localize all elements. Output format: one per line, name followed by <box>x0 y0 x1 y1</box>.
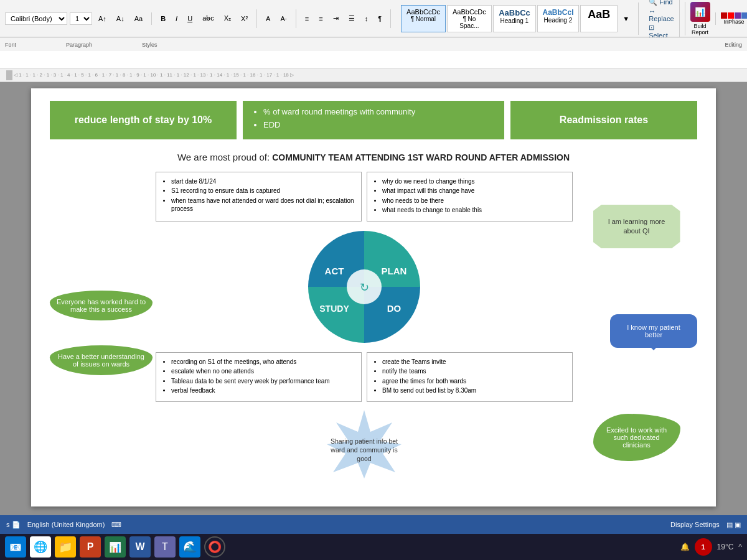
ribbon: Calibri (Body) 12 A↑ A↓ Aa B I U ab̶c X₂… <box>0 0 747 68</box>
pdsa-circle-svg: ↻ ACT PLAN STUDY DO <box>289 225 439 349</box>
italic-button[interactable]: I <box>172 13 181 24</box>
font-color-button[interactable]: A <box>262 13 274 24</box>
excited-bubble-container: Excited to work with such dedicated clin… <box>576 414 697 461</box>
pdsa-bottom-boxes: recording on S1 of the meetings, who att… <box>156 352 573 402</box>
taskbar-excel[interactable]: 📊 <box>105 536 126 558</box>
notification-bell: 🔔 <box>680 543 690 551</box>
taskbar-powerpoint[interactable]: P <box>80 536 101 558</box>
metric-ward-round: % of ward round meetings with community … <box>243 101 504 139</box>
patient-better-bubble: I know my patient better <box>610 314 697 348</box>
underline-button[interactable]: U <box>184 13 196 24</box>
select-link[interactable]: ⊡ Select <box>649 24 674 39</box>
styles-expand-button[interactable]: ▼ <box>619 13 633 24</box>
document-page[interactable]: reduce length of stay by 10% % of ward r… <box>31 88 716 506</box>
bottom-starburst-container: Sharing patient info bet ward and commun… <box>156 407 573 494</box>
taskbar-edge[interactable]: 🌊 <box>179 536 200 558</box>
sharing-starburst: Sharing patient info bet ward and commun… <box>321 407 408 494</box>
styles-group: AaBbCcDc ¶ Normal AaBbCcDc ¶ No Spac... … <box>396 2 639 35</box>
bullets-button[interactable]: ≡ <box>301 13 312 24</box>
bubble-better-understanding: Have a better understanding of issues on… <box>50 345 153 375</box>
build-report-icon: 📊 <box>690 2 710 22</box>
pdsa-circle-container: ↻ ACT PLAN STUDY DO <box>156 225 573 349</box>
font-group-label: Font <box>5 42 16 48</box>
excited-bubble: Excited to work with such dedicated clin… <box>593 414 680 461</box>
indent-button[interactable]: ⇥ <box>329 12 342 24</box>
ruler: ◁ 1 · 1 · 1 · 2 · 1 · 3 · 1 · 4 · 1 · 5 … <box>0 68 747 82</box>
font-group: Calibri (Body) 12 A↑ A↓ Aa <box>5 12 152 25</box>
editing-group: 🔍 Find ↔ Replace ⊡ Select <box>644 0 679 40</box>
shrink-font-button[interactable]: A↓ <box>113 13 128 24</box>
qi-learning-bubble: I am learning more about QI <box>593 205 680 249</box>
scroll-indicator: s <box>6 521 10 528</box>
ribbon-top: Calibri (Body) 12 A↑ A↓ Aa B I U ab̶c X₂… <box>0 0 747 37</box>
qi-learning-bubble-container: I am learning more about QI <box>576 205 697 249</box>
pdsa-diagram: Everyone has worked hard to make this a … <box>50 172 697 494</box>
build-report-group: 📊 Build Report <box>685 2 710 35</box>
page-indicator: 📄 <box>12 521 21 528</box>
taskbar-word[interactable]: W <box>129 536 151 558</box>
do-info-box: create the Teams invite notify the teams… <box>367 352 573 402</box>
style-h1-button[interactable]: AaBbCc Heading 1 <box>493 5 535 32</box>
style-title-button[interactable]: AaB <box>580 5 618 32</box>
starburst-text: Sharing patient info bet ward and commun… <box>321 431 408 469</box>
pdsa-right-column: I am learning more about QI I know my pa… <box>573 172 697 494</box>
taskbar-right: 🔔 1 19°C ^ <box>680 538 742 556</box>
styles-group-label: Styles <box>142 42 157 48</box>
notification-badge: 1 <box>695 538 712 556</box>
bubble-everyone-worked: Everyone has worked hard to make this a … <box>50 291 153 320</box>
paragraph-group-label: Paragraph <box>66 42 92 48</box>
study-info-box: recording on S1 of the meetings, who att… <box>156 352 362 402</box>
inphase-label: InPhase <box>724 19 745 25</box>
view-mode-icons: ▤ ▣ <box>726 521 741 528</box>
subscript-button[interactable]: X₂ <box>220 12 235 24</box>
taskbar-teams[interactable]: T <box>154 536 176 558</box>
svg-text:DO: DO <box>387 303 402 314</box>
bold-button[interactable]: B <box>157 13 169 24</box>
taskbar-search[interactable]: ⭕ <box>204 536 225 558</box>
act-info-box: start date 8/1/24 S1 recording to ensure… <box>156 172 362 222</box>
taskbar-outlook[interactable]: 📧 <box>5 536 26 558</box>
statusbar: s 📄 English (United Kingdom) ⌨ Display S… <box>0 515 747 534</box>
replace-link[interactable]: ↔ Replace <box>649 7 674 22</box>
align-button[interactable]: ☰ <box>345 12 359 24</box>
editing-group-label: Editing <box>725 42 742 48</box>
up-arrow: ^ <box>738 543 742 551</box>
temperature-label: 19°C <box>717 543 734 551</box>
highlight-button[interactable]: A· <box>276 13 290 24</box>
inphase-logo-boxes <box>721 12 747 19</box>
plan-info-box: why do we need to change things what imp… <box>367 172 573 222</box>
taskbar-chrome[interactable]: 🌐 <box>30 536 51 558</box>
document-area: reduce length of stay by 10% % of ward r… <box>0 82 747 515</box>
display-settings-label[interactable]: Display Settings <box>670 521 720 528</box>
svg-text:ACT: ACT <box>325 266 344 276</box>
statusbar-right: Display Settings ▤ ▣ <box>670 521 741 529</box>
metric-readmission: Readmission rates <box>510 101 697 139</box>
pilcrow-button[interactable]: ¶ <box>374 13 385 24</box>
metrics-row: reduce length of stay by 10% % of ward r… <box>50 101 697 139</box>
clear-format-button[interactable]: Aa <box>131 13 146 24</box>
strikethrough-button[interactable]: ab̶c <box>199 12 218 24</box>
language-label: English (United Kingdom) <box>27 521 105 528</box>
pdsa-left-column: Everyone has worked hard to make this a … <box>50 172 156 494</box>
superscript-button[interactable]: X² <box>237 13 251 24</box>
svg-text:↻: ↻ <box>360 281 369 294</box>
svg-text:PLAN: PLAN <box>382 266 407 276</box>
font-size-select[interactable]: 12 <box>70 12 92 25</box>
style-h2-button[interactable]: AaBbCcI Heading 2 <box>537 5 580 32</box>
taskbar-explorer[interactable]: 📁 <box>55 536 76 558</box>
proud-statement: We are most proud of: COMMUNITY TEAM ATT… <box>50 152 697 162</box>
numbering-button[interactable]: ≡ <box>315 13 326 24</box>
pdsa-top-boxes: start date 8/1/24 S1 recording to ensure… <box>156 172 573 222</box>
patient-better-bubble-container: I know my patient better <box>576 314 697 348</box>
keyboard-icon: ⌨ <box>111 521 121 528</box>
style-nospace-button[interactable]: AaBbCcDc ¶ No Spac... <box>447 5 492 32</box>
spacing-button[interactable]: ↕ <box>361 13 372 24</box>
find-link[interactable]: 🔍 Find <box>649 0 674 6</box>
svg-text:STUDY: STUDY <box>319 304 349 314</box>
build-report-label: Build Report <box>690 23 710 35</box>
statusbar-left: s 📄 English (United Kingdom) ⌨ <box>6 521 121 529</box>
grow-font-button[interactable]: A↑ <box>95 13 110 24</box>
style-normal-button[interactable]: AaBbCcDc ¶ Normal <box>401 5 446 32</box>
font-family-select[interactable]: Calibri (Body) <box>5 12 67 25</box>
metric-reduce-los: reduce length of stay by 10% <box>50 101 237 139</box>
